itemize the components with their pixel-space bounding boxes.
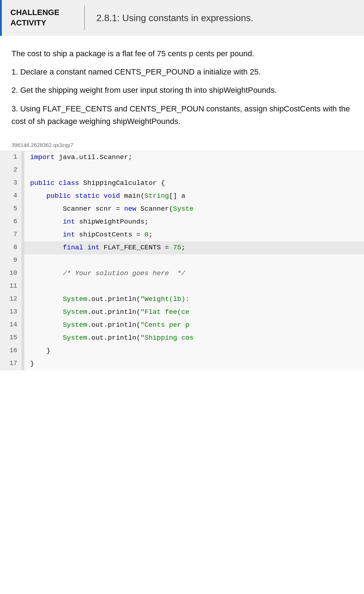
line-content-16: } <box>24 345 364 358</box>
challenge-line2: ACTIVITY <box>10 18 46 28</box>
description-para1: The cost to ship a package is a flat fee… <box>11 47 353 60</box>
line-content-4: public static void main(String[] a <box>24 190 364 203</box>
line-number-2: 2 <box>0 164 21 177</box>
code-line-3: 3 public class ShippingCalculator { <box>0 177 364 190</box>
line-gutter-8 <box>21 241 24 254</box>
header-bar: CHALLENGE ACTIVITY 2.8.1: Using constant… <box>0 0 364 36</box>
line-gutter-2 <box>21 164 24 177</box>
challenge-activity-label: CHALLENGE ACTIVITY <box>2 0 84 36</box>
line-content-9 <box>24 254 364 267</box>
code-line-10: 10 /* Your solution goes here */ <box>0 267 364 280</box>
line-number-6: 6 <box>0 216 21 229</box>
line-gutter-13 <box>21 306 24 319</box>
line-gutter-4 <box>21 190 24 203</box>
line-content-8: final int FLAT_FEE_CENTS = 75; <box>24 241 364 254</box>
code-line-9: 9 <box>0 254 364 267</box>
description-para4: 3. Using FLAT_FEE_CENTS and CENTS_PER_PO… <box>11 102 353 128</box>
line-number-3: 3 <box>0 177 21 190</box>
code-line-2: 2 <box>0 164 364 177</box>
line-gutter-11 <box>21 280 24 293</box>
line-number-17: 17 <box>0 358 21 370</box>
line-gutter-3 <box>21 177 24 190</box>
line-number-16: 16 <box>0 345 21 358</box>
line-gutter-6 <box>21 216 24 229</box>
description-para2: 1. Declare a constant named CENTS_PER_PO… <box>11 66 353 78</box>
code-line-13: 13 System.out.println("Flat fee(ce <box>0 306 364 319</box>
line-number-4: 4 <box>0 190 21 203</box>
line-number-12: 12 <box>0 293 21 306</box>
header-title: 2.8.1: Using constants in expressions. <box>85 0 265 36</box>
line-number-15: 15 <box>0 332 21 345</box>
code-line-14: 14 System.out.println("Cents per p <box>0 319 364 332</box>
line-content-3: public class ShippingCalculator { <box>24 177 364 190</box>
line-number-13: 13 <box>0 306 21 319</box>
code-line-8: 8 final int FLAT_FEE_CENTS = 75; <box>0 241 364 254</box>
line-gutter-10 <box>21 267 24 280</box>
line-content-6: int shipWeightPounds; <box>24 216 364 229</box>
line-gutter-12 <box>21 293 24 306</box>
line-content-1: import java.util.Scanner; <box>24 151 364 164</box>
code-line-6: 6 int shipWeightPounds; <box>0 216 364 229</box>
line-content-7: int shipCostCents = 0; <box>24 229 364 241</box>
line-gutter-7 <box>21 229 24 241</box>
line-gutter-9 <box>21 254 24 267</box>
line-number-1: 1 <box>0 151 21 164</box>
line-number-8: 8 <box>0 241 21 254</box>
code-line-16: 16 } <box>0 345 364 358</box>
line-content-10: /* Your solution goes here */ <box>24 267 364 280</box>
code-line-15: 15 System.out.println("Shipping cos <box>0 332 364 345</box>
description-para3: 2. Get the shipping weight from user inp… <box>11 84 353 96</box>
line-number-5: 5 <box>0 203 21 216</box>
file-id: 396146.2628362.qx3zqy7 <box>0 142 364 151</box>
challenge-line1: CHALLENGE <box>10 8 59 18</box>
line-number-10: 10 <box>0 267 21 280</box>
code-line-5: 5 Scanner scnr = new Scanner(Syste <box>0 203 364 216</box>
line-content-15: System.out.println("Shipping cos <box>24 332 364 345</box>
code-line-7: 7 int shipCostCents = 0; <box>0 229 364 241</box>
line-content-14: System.out.println("Cents per p <box>24 319 364 332</box>
line-content-5: Scanner scnr = new Scanner(Syste <box>24 203 364 216</box>
line-number-11: 11 <box>0 280 21 293</box>
line-gutter-15 <box>21 332 24 345</box>
code-line-12: 12 System.out.println("Weight(lb): <box>0 293 364 306</box>
line-number-7: 7 <box>0 229 21 241</box>
line-number-9: 9 <box>0 254 21 267</box>
line-gutter-5 <box>21 203 24 216</box>
code-line-17: 17 } <box>0 358 364 370</box>
code-editor: 1 import java.util.Scanner; 2 3 public c… <box>0 151 364 370</box>
line-content-11 <box>24 280 364 293</box>
line-number-14: 14 <box>0 319 21 332</box>
line-content-12: System.out.println("Weight(lb): <box>24 293 364 306</box>
code-line-1: 1 import java.util.Scanner; <box>0 151 364 164</box>
code-line-4: 4 public static void main(String[] a <box>0 190 364 203</box>
line-gutter-14 <box>21 319 24 332</box>
line-content-2 <box>24 164 364 177</box>
line-gutter-16 <box>21 345 24 358</box>
code-line-11: 11 <box>0 280 364 293</box>
line-gutter-17 <box>21 358 24 370</box>
line-content-17: } <box>24 358 364 370</box>
description-section: The cost to ship a package is a flat fee… <box>0 36 364 142</box>
line-content-13: System.out.println("Flat fee(ce <box>24 306 364 319</box>
line-gutter-1 <box>21 151 24 164</box>
